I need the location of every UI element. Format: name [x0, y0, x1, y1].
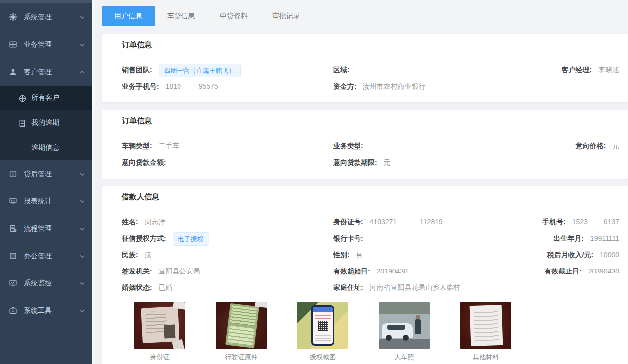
main-content: 用户信息 车贷信息 申贷资料 审批记录 订单信息 销售团队: 四团一营（直属王鹏…: [92, 0, 628, 364]
field-label: 业务类型:: [333, 142, 363, 150]
field-value: 元: [384, 158, 391, 166]
sidebar-item-system-monitoring[interactable]: 系统监控: [0, 270, 92, 297]
toolbox-icon: [9, 306, 17, 315]
photo-caption: 授权截图: [297, 353, 348, 362]
tab-user-info[interactable]: 用户信息: [102, 6, 155, 26]
field-id-number: 身份证号: 4103271112819: [333, 214, 532, 230]
sidebar-item-label: 所有客户: [31, 93, 59, 102]
sidebar-item-label: 系统管理: [24, 13, 52, 22]
sales-team-tag[interactable]: 四团一营（直属王鹏飞）: [159, 64, 241, 77]
vehicle-license-photo[interactable]: [216, 302, 267, 349]
field-bank-card: 银行卡号:: [333, 230, 532, 247]
field-label: 民族:: [122, 251, 138, 259]
field-vehicle-type: 车辆类型: 二手车: [122, 138, 333, 154]
field-value: 已婚: [159, 283, 173, 291]
field-value: 20390430: [588, 267, 619, 275]
field-intended-loan-amount: 意向贷款金额:: [122, 154, 333, 171]
field-marital-status: 婚姻状态: 已婚: [122, 279, 333, 296]
document-paper-photo[interactable]: [460, 302, 511, 349]
sidebar-item-overdue-info[interactable]: 逾期信息: [0, 135, 92, 160]
wheel-icon: [18, 94, 26, 102]
chevron-down-icon: [79, 308, 85, 314]
paper-graphic: [470, 305, 503, 346]
chevron-down-icon: [79, 14, 85, 20]
field-ethnicity: 民族: 汉: [122, 247, 333, 263]
field-label: 客户经理:: [561, 66, 592, 74]
qr-code-graphic: [318, 321, 328, 331]
field-label: 征信授权方式:: [122, 234, 166, 242]
sidebar-item-process-management[interactable]: 流程管理: [0, 215, 92, 242]
chevron-down-icon: [79, 280, 85, 286]
sidebar-item-office-management[interactable]: 办公管理: [0, 242, 92, 270]
book-icon: [9, 170, 17, 178]
field-name: 姓名: 周志洋: [122, 214, 333, 230]
order-info-card-1: 订单信息 销售团队: 四团一营（直属王鹏飞） 区域: 客户经理: 李晓旭 业务手: [102, 34, 628, 102]
sidebar-item-customer-management[interactable]: 客户管理: [0, 58, 92, 86]
field-value: 15236137: [572, 218, 619, 226]
field-label: 出生年月:: [553, 234, 584, 242]
field-label: 意向贷款金额:: [122, 158, 166, 166]
tab-approval-records[interactable]: 审批记录: [260, 6, 313, 26]
sidebar-item-label: 我的逾期: [31, 118, 59, 127]
field-business-phone: 业务手机号: 181095575: [122, 78, 333, 94]
id-card-photo[interactable]: [134, 302, 185, 349]
field-value: 元: [612, 142, 619, 150]
chevron-down-icon: [79, 171, 85, 177]
field-label: 签发机关:: [122, 267, 152, 275]
photo-caption: 其他材料: [460, 353, 511, 362]
photo-caption: 身份证: [134, 353, 185, 362]
green-booklet-graphic: [225, 303, 259, 348]
sidebar-item-business-management[interactable]: 业务管理: [0, 31, 92, 58]
credit-auth-tag[interactable]: 电子授权: [173, 232, 209, 246]
chevron-down-icon: [79, 226, 85, 232]
sidebar-item-label: 客户管理: [24, 68, 52, 77]
sidebar-item-system-management[interactable]: 系统管理: [0, 3, 92, 31]
field-label: 家庭住址:: [333, 283, 363, 291]
sidebar-item-label: 流程管理: [24, 224, 52, 233]
field-valid-from: 有效起始日: 20190430: [333, 263, 532, 279]
field-label: 有效起始日:: [333, 267, 370, 275]
office-icon: [9, 252, 17, 260]
tab-loan-application-materials[interactable]: 申贷资料: [207, 6, 260, 26]
sidebar-item-my-overdue[interactable]: 我的逾期: [0, 110, 92, 135]
field-home-address: 家庭住址: 河南省宜阳县花果山乡木柴村: [333, 279, 532, 296]
chevron-down-icon: [79, 253, 85, 259]
field-label: 银行卡号:: [333, 234, 363, 242]
phone-graphic: [311, 305, 334, 346]
field-account-manager: 客户经理: 李晓旭: [532, 62, 628, 78]
customer-management-submenu: 所有客户 我的逾期 逾期信息: [0, 86, 92, 160]
field-monthly-income: 税后月收入/元: 10000: [532, 247, 628, 263]
field-value: 二手车: [159, 142, 179, 150]
sidebar-item-label: 逾期信息: [31, 143, 59, 152]
field-label: 资金方:: [333, 82, 357, 90]
flow-clipboard-icon: [9, 224, 17, 233]
sidebar-item-system-tools[interactable]: 系统工具: [0, 297, 92, 324]
sidebar-item-report-statistics[interactable]: 报表统计: [0, 187, 92, 215]
sidebar-item-label: 系统监控: [24, 279, 52, 288]
sidebar-item-label: 报表统计: [24, 197, 52, 206]
field-label: 婚姻状态:: [122, 283, 152, 291]
chevron-up-icon: [79, 69, 85, 75]
id-card-graphic: [141, 306, 179, 343]
field-mobile: 手机号: 15236137: [532, 214, 628, 230]
authorization-screenshot-photo[interactable]: [297, 302, 348, 349]
field-birth-date: 出生年月: 19911111: [532, 230, 628, 247]
sidebar-item-post-loan-management[interactable]: 贷后管理: [0, 160, 92, 187]
borrower-info-card: 借款人信息 姓名: 周志洋 身份证号: 4103271112819 手机号: 1…: [102, 186, 628, 364]
field-valid-to: 有效截止日: 20390430: [532, 263, 628, 279]
person-with-car-photo[interactable]: [379, 302, 430, 349]
sidebar-item-all-customers[interactable]: 所有客户: [0, 86, 92, 110]
field-intended-price: 意向价格: 元: [532, 138, 628, 154]
tab-car-loan-info[interactable]: 车贷信息: [155, 6, 207, 26]
field-sales-team: 销售团队: 四团一营（直属王鹏飞）: [122, 62, 333, 78]
car-graphic: [382, 323, 413, 338]
field-region: 区域:: [333, 62, 532, 78]
field-value: 宜阳县公安局: [159, 267, 200, 275]
field-label: 销售团队:: [122, 66, 152, 74]
field-intended-loan-term: 意向贷款期限: 元: [333, 154, 532, 171]
field-label: 区域:: [333, 66, 350, 74]
field-value: 4103271112819: [370, 218, 443, 226]
field-label: 车辆类型:: [122, 142, 152, 150]
field-label: 意向贷款期限:: [333, 158, 377, 166]
sidebar-item-label: 业务管理: [24, 40, 52, 49]
